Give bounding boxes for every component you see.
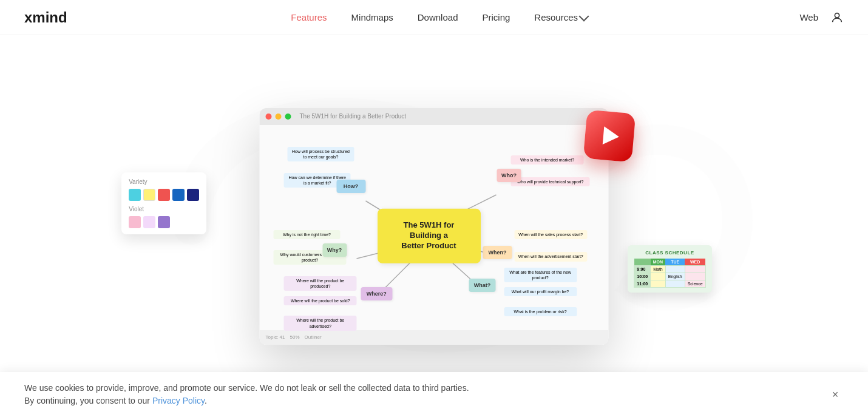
sub-how-1: How will process be structured to meet o… [288,147,354,161]
sub-why-1: Why is not the right time? [274,230,341,239]
branch-what: What? [469,279,496,292]
svg-point-1 [835,13,839,17]
cookie-banner: We use cookies to provide, improve, and … [0,372,868,417]
swatch-darkblue [187,189,199,201]
svg-line-7 [381,259,415,292]
branch-how: How? [336,180,365,193]
swatch-red [158,189,170,201]
swatch-yellow [143,189,155,201]
sub-what-1: What are the features of the new product… [504,268,577,282]
nav-download[interactable]: Download [418,12,458,22]
screenshot-body: The 5W1H forBuilding aBetter Product How… [260,125,609,345]
dot-red [266,114,272,120]
violet-swatches [129,216,199,228]
navbar: xmind Features Mindmaps Download Pricing… [0,0,868,35]
user-icon[interactable] [830,11,844,24]
swatch-purple [158,216,170,228]
nav-pricing[interactable]: Pricing [482,12,510,22]
cookie-close-button[interactable]: × [827,386,844,403]
variety-swatches [129,189,199,201]
dot-yellow [276,114,282,120]
branch-why: Why? [322,243,347,257]
main-screenshot: The 5W1H for Building a Better Product [260,108,609,345]
sub-when-1: When will the sales process start? [514,230,587,239]
logo[interactable]: xmind [24,8,79,27]
nav-mindmaps[interactable]: Mindmaps [351,12,393,22]
violet-row: Violet [129,206,199,228]
screenshot-titlebar: The 5W1H for Building a Better Product [260,108,609,125]
sub-where-3: Where will the product be advertised? [284,316,357,330]
youtube-float [585,112,634,160]
youtube-icon [583,109,636,162]
violet-label: Violet [129,206,199,212]
branch-who: Who? [497,169,521,182]
swatch-blue [172,189,185,201]
schedule-card: CLASS SCHEDULE MON TUE WED 9:00 Math 10:… [628,245,711,293]
sub-when-2: When will the advertisement start? [514,252,587,261]
sub-who-1: Who is the intended market? [511,155,584,164]
sub-where-2: Where will the product be sold? [284,296,357,305]
screenshot-title: The 5W1H for Building a Better Product [300,113,407,120]
svg-text:xmind: xmind [24,9,67,25]
chevron-down-icon [579,11,589,21]
cookie-text: We use cookies to provide, improve, and … [24,382,469,407]
hero-section: Variety Violet The 5W1H for Building a B… [0,35,868,417]
schedule-title: CLASS SCHEDULE [634,250,705,256]
sub-what-2: What will our profit margin be? [504,287,577,296]
swatch-pink [129,216,141,228]
nav-links: Features Mindmaps Download Pricing Resou… [291,12,588,23]
branch-where: Where? [361,287,392,300]
sub-where-1: Where will the product be produced? [284,276,357,291]
nav-right: Web [799,11,844,24]
logo-svg: xmind [24,8,79,27]
variety-label: Variety [129,178,199,185]
schedule-table: MON TUE WED 9:00 Math 10:00 English 11:0… [634,259,705,288]
swatch-cyan [129,189,141,201]
branch-when: When? [483,246,512,259]
screenshot-toolbar-bottom: Topic: 41 50% Outliner [260,330,609,345]
palette-card: Variety Violet [121,172,206,234]
sub-what-3: What is the problem or risk? [504,307,577,316]
nav-resources-dropdown[interactable]: Resources [534,12,588,22]
privacy-policy-link[interactable]: Privacy Policy [152,396,205,405]
nav-web[interactable]: Web [799,12,818,22]
dot-green [285,114,291,120]
play-icon [602,126,620,146]
swatch-lavender [143,216,155,228]
nav-features[interactable]: Features [291,12,327,22]
sub-who-2: Who will provide technical support? [511,177,590,186]
mindmap-center: The 5W1H forBuilding aBetter Product [378,208,481,263]
